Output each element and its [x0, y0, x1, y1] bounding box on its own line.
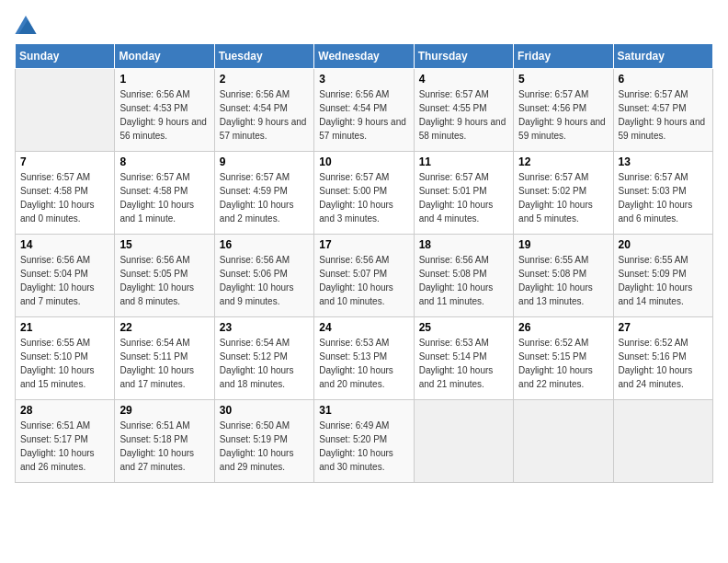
day-info: Sunrise: 6:57 AMSunset: 4:58 PMDaylight:… — [119, 170, 209, 225]
day-number: 7 — [20, 155, 109, 168]
header-row: SundayMondayTuesdayWednesdayThursdayFrid… — [16, 44, 713, 69]
day-number: 29 — [119, 404, 209, 417]
day-cell: 30Sunrise: 6:50 AMSunset: 5:19 PMDayligh… — [214, 400, 313, 483]
day-info: Sunrise: 6:55 AMSunset: 5:09 PMDaylight:… — [619, 253, 708, 308]
day-number: 16 — [220, 238, 309, 251]
day-info: Sunrise: 6:50 AMSunset: 5:19 PMDaylight:… — [220, 419, 309, 474]
day-info: Sunrise: 6:56 AMSunset: 5:08 PMDaylight:… — [419, 253, 508, 308]
day-info: Sunrise: 6:56 AMSunset: 4:53 PMDaylight:… — [119, 87, 209, 143]
day-cell: 4Sunrise: 6:57 AMSunset: 4:55 PMDaylight… — [414, 69, 513, 152]
day-number: 21 — [20, 321, 109, 334]
day-info: Sunrise: 6:55 AMSunset: 5:08 PMDaylight:… — [518, 253, 608, 308]
day-cell: 17Sunrise: 6:56 AMSunset: 5:07 PMDayligh… — [314, 235, 414, 317]
header-cell-sunday: Sunday — [16, 44, 115, 69]
logo-icon — [15, 16, 37, 34]
day-number: 18 — [419, 238, 508, 251]
day-number: 15 — [119, 238, 209, 251]
week-row-5: 28Sunrise: 6:51 AMSunset: 5:17 PMDayligh… — [16, 400, 713, 483]
day-number: 31 — [319, 404, 408, 417]
day-info: Sunrise: 6:56 AMSunset: 4:54 PMDaylight:… — [220, 87, 309, 143]
header-cell-saturday: Saturday — [613, 44, 712, 69]
calendar-table: SundayMondayTuesdayWednesdayThursdayFrid… — [15, 43, 713, 483]
day-info: Sunrise: 6:51 AMSunset: 5:18 PMDaylight:… — [119, 419, 209, 474]
day-info: Sunrise: 6:56 AMSunset: 5:05 PMDaylight:… — [119, 253, 209, 308]
day-info: Sunrise: 6:57 AMSunset: 4:59 PMDaylight:… — [220, 170, 309, 225]
day-info: Sunrise: 6:56 AMSunset: 5:04 PMDaylight:… — [20, 253, 109, 308]
day-number: 1 — [119, 73, 209, 86]
day-cell: 22Sunrise: 6:54 AMSunset: 5:11 PMDayligh… — [115, 317, 214, 400]
day-cell: 31Sunrise: 6:49 AMSunset: 5:20 PMDayligh… — [314, 400, 414, 483]
day-number: 3 — [319, 73, 408, 86]
day-info: Sunrise: 6:57 AMSunset: 4:57 PMDaylight:… — [619, 87, 708, 143]
header-cell-tuesday: Tuesday — [214, 44, 313, 69]
day-cell: 3Sunrise: 6:56 AMSunset: 4:54 PMDaylight… — [314, 69, 414, 152]
day-number: 14 — [20, 238, 109, 251]
day-info: Sunrise: 6:52 AMSunset: 5:16 PMDaylight:… — [619, 336, 708, 391]
day-cell: 19Sunrise: 6:55 AMSunset: 5:08 PMDayligh… — [514, 235, 613, 317]
day-cell: 2Sunrise: 6:56 AMSunset: 4:54 PMDaylight… — [214, 69, 313, 152]
day-info: Sunrise: 6:57 AMSunset: 5:03 PMDaylight:… — [619, 170, 708, 225]
day-number: 23 — [220, 321, 309, 334]
day-cell: 16Sunrise: 6:56 AMSunset: 5:06 PMDayligh… — [214, 235, 313, 317]
day-info: Sunrise: 6:55 AMSunset: 5:10 PMDaylight:… — [20, 336, 109, 391]
day-cell: 24Sunrise: 6:53 AMSunset: 5:13 PMDayligh… — [314, 317, 414, 400]
day-number: 27 — [619, 321, 708, 334]
day-info: Sunrise: 6:57 AMSunset: 5:01 PMDaylight:… — [419, 170, 508, 225]
day-cell: 9Sunrise: 6:57 AMSunset: 4:59 PMDaylight… — [214, 152, 313, 235]
day-cell: 1Sunrise: 6:56 AMSunset: 4:53 PMDaylight… — [115, 69, 214, 152]
day-cell: 14Sunrise: 6:56 AMSunset: 5:04 PMDayligh… — [16, 235, 115, 317]
day-number: 9 — [220, 155, 309, 168]
day-cell: 12Sunrise: 6:57 AMSunset: 5:02 PMDayligh… — [514, 152, 613, 235]
day-number: 6 — [619, 73, 708, 86]
header-cell-monday: Monday — [115, 44, 214, 69]
day-cell: 6Sunrise: 6:57 AMSunset: 4:57 PMDaylight… — [613, 69, 712, 152]
day-cell: 27Sunrise: 6:52 AMSunset: 5:16 PMDayligh… — [613, 317, 712, 400]
day-number: 10 — [319, 155, 408, 168]
day-cell: 11Sunrise: 6:57 AMSunset: 5:01 PMDayligh… — [414, 152, 513, 235]
day-cell — [414, 400, 513, 483]
day-cell: 13Sunrise: 6:57 AMSunset: 5:03 PMDayligh… — [613, 152, 712, 235]
page-header — [15, 15, 713, 34]
day-cell: 29Sunrise: 6:51 AMSunset: 5:18 PMDayligh… — [115, 400, 214, 483]
day-number: 8 — [119, 155, 209, 168]
day-info: Sunrise: 6:57 AMSunset: 5:02 PMDaylight:… — [518, 170, 608, 225]
day-cell: 21Sunrise: 6:55 AMSunset: 5:10 PMDayligh… — [16, 317, 115, 400]
day-number: 26 — [518, 321, 608, 334]
day-number: 19 — [518, 238, 608, 251]
day-info: Sunrise: 6:49 AMSunset: 5:20 PMDaylight:… — [319, 419, 408, 474]
day-info: Sunrise: 6:54 AMSunset: 5:12 PMDaylight:… — [220, 336, 309, 391]
day-info: Sunrise: 6:57 AMSunset: 5:00 PMDaylight:… — [319, 170, 408, 225]
day-cell: 28Sunrise: 6:51 AMSunset: 5:17 PMDayligh… — [16, 400, 115, 483]
day-number: 5 — [518, 73, 608, 86]
day-cell: 15Sunrise: 6:56 AMSunset: 5:05 PMDayligh… — [115, 235, 214, 317]
day-cell: 18Sunrise: 6:56 AMSunset: 5:08 PMDayligh… — [414, 235, 513, 317]
day-number: 12 — [518, 155, 608, 168]
day-info: Sunrise: 6:57 AMSunset: 4:58 PMDaylight:… — [20, 170, 109, 225]
day-info: Sunrise: 6:56 AMSunset: 5:07 PMDaylight:… — [319, 253, 408, 308]
week-row-2: 7Sunrise: 6:57 AMSunset: 4:58 PMDaylight… — [16, 152, 713, 235]
day-info: Sunrise: 6:57 AMSunset: 4:55 PMDaylight:… — [419, 87, 508, 143]
day-info: Sunrise: 6:57 AMSunset: 4:56 PMDaylight:… — [518, 87, 608, 143]
day-cell: 25Sunrise: 6:53 AMSunset: 5:14 PMDayligh… — [414, 317, 513, 400]
logo — [15, 15, 40, 34]
day-number: 24 — [319, 321, 408, 334]
day-number: 13 — [619, 155, 708, 168]
day-number: 20 — [619, 238, 708, 251]
day-number: 4 — [419, 73, 508, 86]
day-number: 2 — [220, 73, 309, 86]
day-cell: 20Sunrise: 6:55 AMSunset: 5:09 PMDayligh… — [613, 235, 712, 317]
day-cell: 10Sunrise: 6:57 AMSunset: 5:00 PMDayligh… — [314, 152, 414, 235]
day-info: Sunrise: 6:54 AMSunset: 5:11 PMDaylight:… — [119, 336, 209, 391]
day-number: 11 — [419, 155, 508, 168]
day-number: 22 — [119, 321, 209, 334]
day-number: 30 — [220, 404, 309, 417]
day-cell: 8Sunrise: 6:57 AMSunset: 4:58 PMDaylight… — [115, 152, 214, 235]
day-info: Sunrise: 6:53 AMSunset: 5:13 PMDaylight:… — [319, 336, 408, 391]
day-cell: 23Sunrise: 6:54 AMSunset: 5:12 PMDayligh… — [214, 317, 313, 400]
day-cell: 5Sunrise: 6:57 AMSunset: 4:56 PMDaylight… — [514, 69, 613, 152]
day-info: Sunrise: 6:52 AMSunset: 5:15 PMDaylight:… — [518, 336, 608, 391]
day-cell: 7Sunrise: 6:57 AMSunset: 4:58 PMDaylight… — [16, 152, 115, 235]
day-info: Sunrise: 6:56 AMSunset: 4:54 PMDaylight:… — [319, 87, 408, 143]
day-info: Sunrise: 6:53 AMSunset: 5:14 PMDaylight:… — [419, 336, 508, 391]
header-cell-thursday: Thursday — [414, 44, 513, 69]
